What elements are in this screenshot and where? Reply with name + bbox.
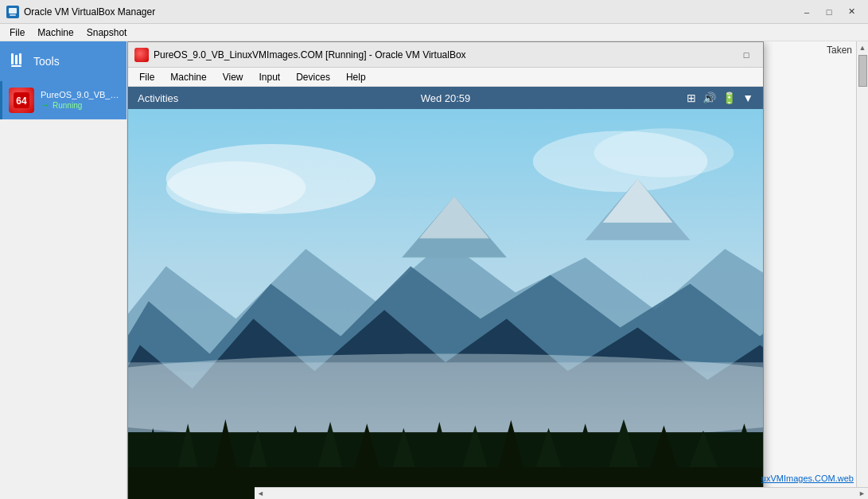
scroll-right-arrow[interactable]: ► <box>856 488 868 500</box>
vm-name: PureOS_9.0_VB_Li... <box>41 90 120 99</box>
outer-menubar: File Machine Snapshot <box>0 24 868 41</box>
vm-wallpaper-svg <box>128 109 763 499</box>
status-arrow-icon: → <box>41 99 50 111</box>
inner-menubar: File Machine View Input Devices Help <box>128 68 763 87</box>
sidebar-tools[interactable]: Tools <box>0 41 127 81</box>
outer-win-controls: – □ ✕ <box>796 4 862 20</box>
sidebar: Tools 64 PureOS_9.0_VB_Li... → Running <box>0 41 127 499</box>
inner-menu-view[interactable]: View <box>215 70 251 84</box>
tools-icon <box>8 50 27 73</box>
tools-label: Tools <box>33 55 60 68</box>
inner-maximize-btn[interactable]: □ <box>736 47 757 63</box>
outer-menu-snapshot[interactable]: Snapshot <box>80 25 134 40</box>
outer-menu-machine[interactable]: Machine <box>31 25 80 40</box>
outer-menu-file[interactable]: File <box>3 25 31 40</box>
inner-menu-machine[interactable]: Machine <box>162 70 214 84</box>
status-dropdown-icon[interactable]: ▼ <box>742 92 753 104</box>
svg-rect-3 <box>11 53 14 64</box>
inner-menu-devices[interactable]: Devices <box>288 70 338 84</box>
outer-close-btn[interactable]: ✕ <box>841 4 862 20</box>
inner-menu-help[interactable]: Help <box>338 70 374 84</box>
audio-icon[interactable]: 🔊 <box>703 92 716 104</box>
link-text[interactable]: uxVMImages.COM.web <box>761 474 854 483</box>
battery-icon[interactable]: 🔋 <box>722 92 736 104</box>
outer-minimize-btn[interactable]: – <box>796 4 817 20</box>
vm-info: PureOS_9.0_VB_Li... → Running <box>41 90 120 111</box>
vm-icon: 64 <box>9 88 34 113</box>
activities-label[interactable]: Activities <box>138 92 178 104</box>
svg-rect-2 <box>10 14 16 16</box>
outer-vertical-scrollbar[interactable]: ▲ ▼ <box>856 41 868 499</box>
scroll-thumb[interactable] <box>858 55 867 87</box>
svg-rect-5 <box>19 53 21 64</box>
inner-window: PureOS_9.0_VB_LinuxVMImages.COM [Running… <box>127 41 764 499</box>
outer-title-text: Oracle VM VirtualBox Manager <box>24 6 796 18</box>
inner-menu-input[interactable]: Input <box>251 70 289 84</box>
inner-titlebar: PureOS_9.0_VB_LinuxVMImages.COM [Running… <box>128 42 763 68</box>
taken-label: Taken <box>827 45 852 56</box>
svg-point-11 <box>166 162 306 214</box>
inner-menu-file[interactable]: File <box>131 70 162 84</box>
vm-statusbar-wrapper: Activities Wed 20:59 ⊞ 🔊 🔋 ▼ <box>128 87 763 109</box>
outer-content: Tools 64 PureOS_9.0_VB_Li... → Running <box>0 41 868 499</box>
outer-right-panel: Taken PureOS_9.0_VB_LinuxVMImages.COM [R… <box>127 41 868 499</box>
svg-rect-4 <box>15 55 18 64</box>
scroll-left-arrow[interactable]: ◄ <box>255 488 267 500</box>
inner-vm-title-icon <box>134 48 149 62</box>
outer-titlebar: Oracle VM VirtualBox Manager – □ ✕ <box>0 0 868 24</box>
inner-title-text: PureOS_9.0_VB_LinuxVMImages.COM [Running… <box>154 49 736 60</box>
svg-point-13 <box>594 128 734 177</box>
svg-rect-1 <box>9 8 17 14</box>
svg-point-18 <box>128 353 763 441</box>
network-icon[interactable]: ⊞ <box>687 92 696 104</box>
vm-clock: Wed 20:59 <box>421 92 471 104</box>
vm-status-text: Running <box>53 101 82 110</box>
vbox-app-icon <box>6 6 19 18</box>
svg-text:64: 64 <box>16 96 27 107</box>
sidebar-vm-item[interactable]: 64 PureOS_9.0_VB_Li... → Running <box>0 81 127 119</box>
vm-statusbar-right: ⊞ 🔊 🔋 ▼ <box>687 92 753 104</box>
scroll-up-arrow[interactable]: ▲ <box>857 41 869 53</box>
outer-window: Oracle VM VirtualBox Manager – □ ✕ File … <box>0 0 868 499</box>
svg-rect-6 <box>11 65 21 67</box>
vm-display[interactable] <box>128 109 763 499</box>
vm-activities-bar: Activities Wed 20:59 ⊞ 🔊 🔋 ▼ <box>128 87 763 109</box>
vm-status: → Running <box>41 99 120 111</box>
outer-maximize-btn[interactable]: □ <box>819 4 839 20</box>
outer-horizontal-scrollbar[interactable]: ◄ ► <box>255 487 868 499</box>
